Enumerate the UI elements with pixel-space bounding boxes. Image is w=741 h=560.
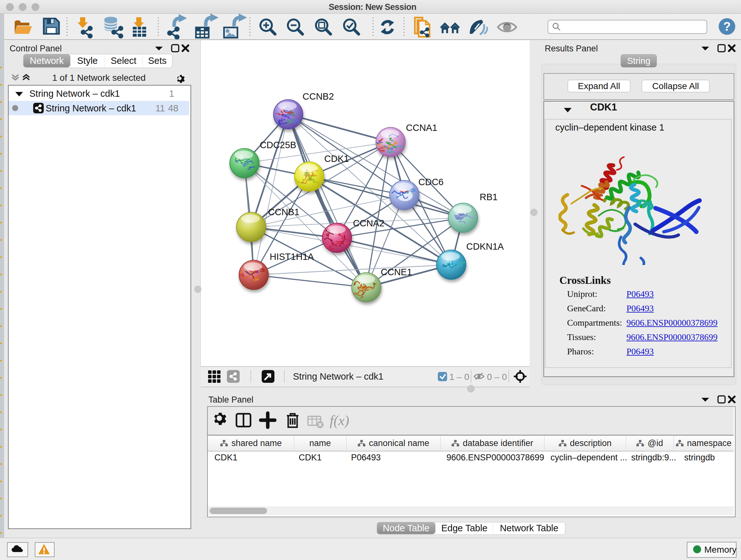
svg-text:HIST1H1A: HIST1H1A (270, 252, 314, 262)
svg-text:0 – 0: 0 – 0 (487, 372, 507, 382)
svg-text:CDC6: CDC6 (418, 177, 444, 187)
svg-text:CCNA2: CCNA2 (353, 218, 384, 228)
svg-text:1 – 0: 1 – 0 (449, 372, 469, 382)
svg-text:CDC25B: CDC25B (260, 140, 296, 150)
svg-text:CDKN1A: CDKN1A (466, 241, 504, 252)
svg-text:RB1: RB1 (480, 192, 497, 202)
svg-text:CCNE1: CCNE1 (381, 267, 412, 277)
svg-text:CCNA1: CCNA1 (406, 123, 437, 133)
svg-text:CCNB1: CCNB1 (268, 207, 299, 217)
svg-text:f(x): f(x) (330, 413, 349, 428)
svg-text:CDK1: CDK1 (324, 153, 349, 164)
svg-text:CCNB2: CCNB2 (302, 91, 334, 102)
